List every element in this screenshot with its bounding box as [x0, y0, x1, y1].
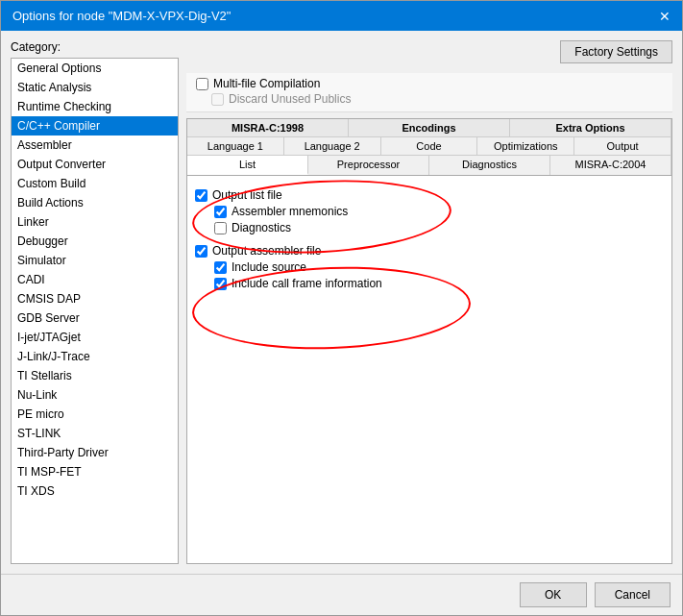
content-area: MISRA-C:1998 Encodings Extra Options Lan… — [186, 118, 672, 564]
tab-language2[interactable]: Language 2 — [284, 137, 381, 155]
sidebar-item[interactable]: Runtime Checking — [12, 97, 178, 116]
diagnostics-label: Diagnostics — [232, 221, 291, 234]
sidebar-item[interactable]: Output Converter — [12, 155, 178, 174]
sidebar-item[interactable]: CADI — [12, 270, 178, 289]
diagnostics-row: Diagnostics — [195, 221, 664, 234]
discard-unused-row: Discard Unused Publics — [192, 92, 667, 106]
sidebar-item[interactable]: CMSIS DAP — [12, 289, 178, 308]
factory-settings-row: Factory Settings — [186, 40, 672, 63]
assembler-mnemonics-checkbox[interactable] — [214, 206, 227, 218]
sidebar-item[interactable]: Assembler — [12, 136, 178, 155]
tab-row-1: MISRA-C:1998 Encodings Extra Options — [187, 119, 671, 137]
sidebar-item[interactable]: TI Stellaris — [12, 366, 178, 385]
multi-file-checkbox[interactable] — [196, 78, 208, 90]
sidebar-item[interactable]: GDB Server — [12, 308, 178, 328]
output-list-label: Output list file — [212, 188, 282, 202]
output-list-row: Output list file — [195, 188, 664, 202]
tab-diagnostics[interactable]: Diagnostics — [429, 156, 550, 175]
tab-optimizations[interactable]: Optimizations — [477, 137, 574, 155]
factory-settings-button[interactable]: Factory Settings — [560, 40, 672, 63]
main-panel: Factory Settings Multi-file Compilation … — [186, 40, 672, 564]
sidebar-item[interactable]: Build Actions — [12, 193, 178, 212]
tab-extra-options[interactable]: Extra Options — [510, 119, 671, 136]
sidebar-item[interactable]: Custom Build — [12, 174, 178, 193]
include-call-frame-label: Include call frame information — [232, 277, 382, 290]
sidebar-item[interactable]: Linker — [12, 212, 178, 232]
include-source-row: Include source — [195, 260, 664, 274]
cancel-button[interactable]: Cancel — [595, 582, 671, 607]
multi-file-label: Multi-file Compilation — [213, 77, 320, 90]
panel-content: Output list file Assembler mnemonics Dia… — [187, 176, 671, 563]
sidebar-item[interactable]: C/C++ Compiler — [12, 116, 178, 136]
sidebar-item[interactable]: Debugger — [12, 232, 178, 251]
tab-code[interactable]: Code — [381, 137, 478, 155]
sidebar: Category: General OptionsStatic Analysis… — [11, 40, 179, 564]
include-call-frame-row: Include call frame information — [195, 277, 664, 290]
dialog-title: Options for node "MDM-X-VPX-Dig-V2" — [12, 9, 231, 23]
tab-preprocessor[interactable]: Preprocessor — [308, 156, 429, 175]
assembler-mnemonics-label: Assembler mnemonics — [232, 205, 348, 218]
discard-unused-label: Discard Unused Publics — [229, 92, 351, 106]
include-source-checkbox[interactable] — [214, 261, 227, 274]
sidebar-list: General OptionsStatic AnalysisRuntime Ch… — [11, 58, 179, 564]
ok-button[interactable]: OK — [520, 582, 587, 607]
tabs-container: MISRA-C:1998 Encodings Extra Options Lan… — [187, 119, 671, 176]
close-button[interactable]: ✕ — [659, 10, 671, 23]
output-list-group: Output list file Assembler mnemonics Dia… — [195, 188, 664, 234]
sidebar-item[interactable]: Simulator — [12, 251, 178, 270]
sidebar-item[interactable]: ST-LINK — [12, 424, 178, 443]
output-assembler-checkbox[interactable] — [195, 245, 207, 258]
tab-misra-2004[interactable]: MISRA-C:2004 — [550, 156, 671, 175]
assembler-mnemonics-row: Assembler mnemonics — [195, 205, 664, 218]
sidebar-item[interactable]: I-jet/JTAGjet — [12, 328, 178, 347]
title-bar: Options for node "MDM-X-VPX-Dig-V2" ✕ — [1, 1, 682, 31]
output-assembler-row: Output assembler file — [195, 244, 664, 258]
tab-language1[interactable]: Language 1 — [187, 137, 284, 155]
tab-encodings[interactable]: Encodings — [349, 119, 510, 136]
include-call-frame-checkbox[interactable] — [214, 278, 227, 290]
dialog: Options for node "MDM-X-VPX-Dig-V2" ✕ Ca… — [0, 0, 683, 616]
dialog-footer: OK Cancel — [1, 574, 682, 615]
tab-list[interactable]: List — [187, 156, 308, 175]
sidebar-item[interactable]: TI XDS — [12, 481, 178, 501]
tab-misra-1998[interactable]: MISRA-C:1998 — [187, 119, 349, 136]
sidebar-item[interactable]: PE micro — [12, 405, 178, 424]
sidebar-item[interactable]: J-Link/J-Trace — [12, 347, 178, 366]
include-source-label: Include source — [232, 260, 306, 274]
tab-row-2: Language 1 Language 2 Code Optimizations… — [187, 137, 671, 156]
dialog-body: Category: General OptionsStatic Analysis… — [1, 31, 682, 574]
diagnostics-checkbox[interactable] — [214, 222, 227, 234]
sidebar-item[interactable]: Static Analysis — [12, 78, 178, 97]
sidebar-item[interactable]: Third-Party Driver — [12, 443, 178, 462]
sidebar-item[interactable]: General Options — [12, 59, 178, 78]
category-label: Category: — [11, 40, 179, 54]
tab-row-3: List Preprocessor Diagnostics MISRA-C:20… — [187, 156, 671, 175]
tab-output[interactable]: Output — [574, 137, 671, 155]
output-assembler-label: Output assembler file — [212, 244, 321, 258]
sidebar-item[interactable]: TI MSP-FET — [12, 462, 178, 481]
output-list-checkbox[interactable] — [195, 189, 207, 202]
discard-unused-checkbox[interactable] — [211, 93, 224, 106]
top-controls: Multi-file Compilation Discard Unused Pu… — [186, 73, 672, 112]
multi-file-row: Multi-file Compilation — [192, 77, 667, 90]
output-assembler-group: Output assembler file Include source Inc… — [195, 244, 664, 290]
sidebar-item[interactable]: Nu-Link — [12, 385, 178, 405]
